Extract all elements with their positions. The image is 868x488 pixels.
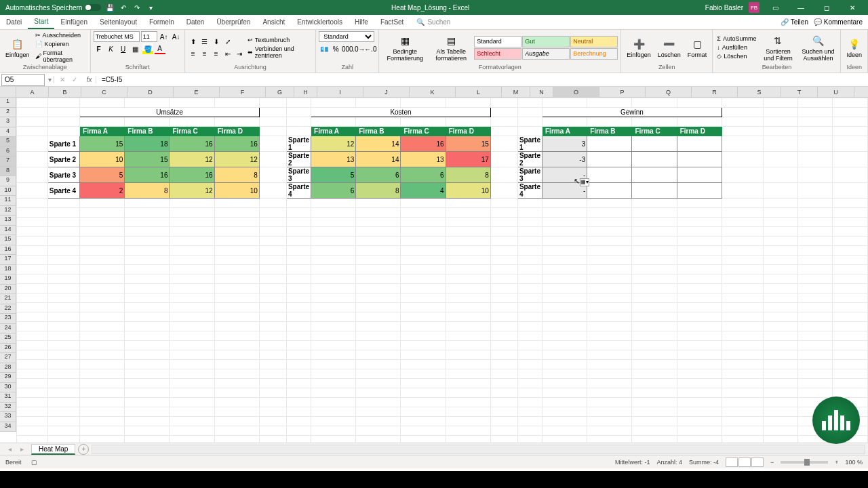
cell-M29[interactable] — [490, 388, 517, 398]
cell-O21[interactable] — [542, 312, 587, 322]
cell-F12[interactable] — [214, 227, 259, 237]
cell-N4[interactable] — [517, 127, 542, 136]
cell-T21[interactable] — [763, 312, 797, 322]
cell-F8[interactable]: 10 — [214, 183, 259, 199]
row-header-32[interactable]: 32 — [0, 403, 16, 413]
cell-A16[interactable] — [17, 265, 48, 274]
cell-R10[interactable] — [677, 208, 722, 218]
cell-S2[interactable] — [722, 108, 763, 117]
cell-J18[interactable] — [356, 284, 401, 293]
avatar[interactable]: FB — [749, 2, 760, 13]
row-header-34[interactable]: 34 — [0, 422, 16, 432]
cell-L4[interactable]: Firma D — [446, 127, 490, 136]
cell-Q32[interactable] — [632, 417, 677, 426]
cell-S14[interactable] — [722, 246, 763, 256]
cell-K9[interactable] — [401, 199, 446, 208]
cell-C10[interactable] — [80, 208, 125, 218]
font-color-icon[interactable]: A — [155, 43, 165, 54]
cell-P3[interactable] — [587, 117, 632, 127]
cell-N22[interactable] — [517, 322, 542, 331]
find-select-button[interactable]: 🔍Suchen und Auswählen — [798, 33, 837, 63]
cell-O25[interactable] — [542, 350, 587, 360]
cell-B18[interactable] — [47, 284, 79, 293]
cell-G13[interactable] — [259, 237, 286, 246]
cell-T25[interactable] — [763, 350, 797, 360]
cell-J30[interactable] — [356, 398, 401, 407]
cell-P31[interactable] — [587, 407, 632, 417]
cell-D14[interactable] — [125, 246, 170, 256]
cell-R9[interactable] — [677, 199, 722, 208]
cell-I33[interactable] — [311, 426, 356, 436]
cell-N28[interactable] — [517, 379, 542, 388]
autofill-options-button[interactable]: ▦▾ — [580, 178, 589, 186]
cell-B5[interactable]: Sparte 1 — [47, 136, 79, 152]
row-header-1[interactable]: 1 — [0, 98, 16, 108]
cell-L30[interactable] — [446, 398, 490, 407]
cell-I15[interactable] — [311, 256, 356, 265]
cell-M14[interactable] — [490, 246, 517, 256]
cell-N26[interactable] — [517, 360, 542, 369]
cell-B8[interactable]: Sparte 4 — [47, 183, 79, 199]
cell-R25[interactable] — [677, 350, 722, 360]
cell-P21[interactable] — [587, 312, 632, 322]
cell-B26[interactable] — [47, 360, 79, 369]
cell-S23[interactable] — [722, 331, 763, 341]
cell-A32[interactable] — [17, 417, 48, 426]
view-page-layout-icon[interactable] — [738, 458, 751, 467]
cell-H6[interactable]: Sparte 2 — [286, 152, 311, 167]
cell-F34[interactable] — [214, 436, 259, 443]
cell-T26[interactable] — [763, 360, 797, 369]
cell-O32[interactable] — [542, 417, 587, 426]
dec-dec-icon[interactable]: ←.0 — [365, 43, 376, 54]
cell-F9[interactable] — [214, 199, 259, 208]
cell-J16[interactable] — [356, 265, 401, 274]
cell-Q27[interactable] — [632, 369, 677, 379]
cell-H4[interactable] — [286, 127, 311, 136]
cell-D22[interactable] — [125, 322, 170, 331]
cell-T10[interactable] — [763, 208, 797, 218]
cell-K22[interactable] — [401, 322, 446, 331]
cell-R15[interactable] — [677, 256, 722, 265]
cell-T20[interactable] — [763, 303, 797, 312]
cell-B17[interactable] — [47, 274, 79, 284]
cell-R16[interactable] — [677, 265, 722, 274]
col-header-N[interactable]: N — [530, 87, 553, 98]
cell-P5[interactable] — [587, 136, 632, 152]
cell-E27[interactable] — [170, 369, 214, 379]
cell-P25[interactable] — [587, 350, 632, 360]
cell-S17[interactable] — [722, 274, 763, 284]
cell-Q31[interactable] — [632, 407, 677, 417]
fx-button[interactable]: fx — [83, 76, 96, 83]
menu-seitenlayout[interactable]: Seitenlayout — [94, 16, 143, 28]
cell-T24[interactable] — [763, 341, 797, 350]
cell-A33[interactable] — [17, 426, 48, 436]
cell-P18[interactable] — [587, 284, 632, 293]
cell-K31[interactable] — [401, 407, 446, 417]
cell-S1[interactable] — [722, 98, 763, 108]
sort-filter-button[interactable]: ⇅Sortieren und Filtern — [759, 33, 797, 63]
col-header-K[interactable]: K — [410, 87, 456, 98]
cell-F29[interactable] — [214, 388, 259, 398]
cell-V14[interactable] — [833, 246, 868, 256]
cell-M7[interactable] — [490, 167, 517, 183]
cell-B7[interactable]: Sparte 3 — [47, 167, 79, 183]
cell-J23[interactable] — [356, 331, 401, 341]
cell-I9[interactable] — [311, 199, 356, 208]
cell-K10[interactable] — [401, 208, 446, 218]
cell-O30[interactable] — [542, 398, 587, 407]
cell-L31[interactable] — [446, 407, 490, 417]
cell-P27[interactable] — [587, 369, 632, 379]
cell-V15[interactable] — [833, 256, 868, 265]
cell-D19[interactable] — [125, 293, 170, 303]
cell-L8[interactable]: 10 — [446, 183, 490, 199]
cell-K32[interactable] — [401, 417, 446, 426]
cell-R21[interactable] — [677, 312, 722, 322]
align-right-icon[interactable]: ≡ — [211, 48, 222, 59]
cell-F1[interactable] — [214, 98, 259, 108]
cell-Q34[interactable] — [632, 436, 677, 443]
cell-H15[interactable] — [286, 256, 311, 265]
cell-M33[interactable] — [490, 426, 517, 436]
cell-K26[interactable] — [401, 360, 446, 369]
cell-I4[interactable]: Firma A — [311, 127, 356, 136]
cell-D12[interactable] — [125, 227, 170, 237]
